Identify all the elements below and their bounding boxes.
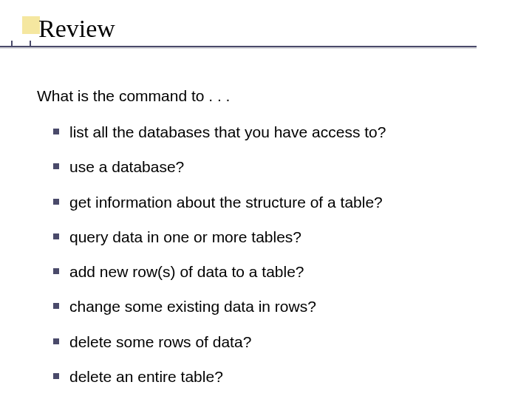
accent-square-icon <box>22 16 40 34</box>
slide-header: Review <box>0 0 532 59</box>
intro-text: What is the command to . . . <box>37 87 502 105</box>
slide-content: What is the command to . . . list all th… <box>37 87 502 399</box>
list-item: delete some rows of data? <box>53 332 502 352</box>
bullet-list: list all the databases that you have acc… <box>37 123 502 386</box>
list-item: list all the databases that you have acc… <box>53 123 502 142</box>
list-item: use a database? <box>53 157 502 177</box>
list-item: change some existing data in rows? <box>53 297 502 316</box>
list-item: delete an entire table? <box>53 367 502 386</box>
list-item: get information about the structure of a… <box>53 193 502 212</box>
slide-title: Review <box>38 15 115 43</box>
list-item: query data in one or more tables? <box>53 228 502 247</box>
list-item: add new row(s) of data to a table? <box>53 262 502 282</box>
header-underline-light <box>0 47 477 49</box>
